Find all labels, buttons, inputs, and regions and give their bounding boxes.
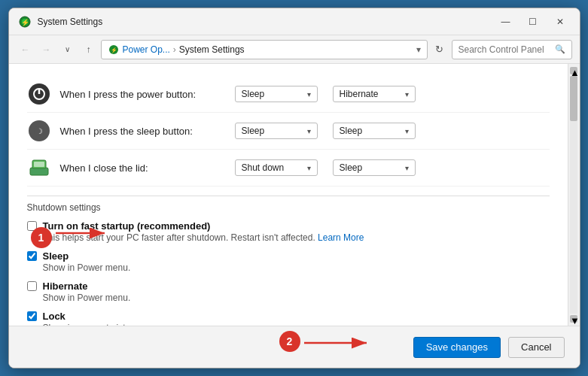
lock-label: Lock [43, 311, 66, 322]
shutdown-section-title: Shutdown settings [27, 202, 550, 213]
refresh-button[interactable]: ↻ [431, 41, 449, 59]
lid-select-2[interactable]: Sleep ▾ [333, 159, 416, 176]
power-button-select-2[interactable]: Hibernate ▾ [333, 86, 416, 102]
chevron-icon: ▾ [405, 127, 409, 135]
hibernate-row: Hibernate Show in Power menu. [27, 280, 550, 303]
power-icon-circle [29, 83, 50, 105]
sleep-checkbox[interactable] [27, 251, 37, 261]
system-settings-window: ⚡ System Settings — ☐ ✕ ← → ∨ ↑ ⚡ [8, 8, 580, 368]
search-bar[interactable]: 🔍 [452, 40, 572, 59]
hibernate-sublabel: Show in Power menu. [43, 293, 550, 303]
title-bar: ⚡ System Settings — ☐ ✕ [9, 8, 580, 35]
power-button-row: When I press the power button: Sleep ▾ H… [27, 76, 550, 113]
lid-label: When I close the lid: [60, 162, 226, 174]
annotation-1: 1 [31, 227, 52, 248]
search-icon: 🔍 [555, 44, 565, 54]
back-button[interactable]: ← [17, 41, 35, 59]
sleep-button-row: ☽ When I press the sleep button: Sleep ▾ [27, 113, 550, 150]
search-input[interactable] [459, 44, 552, 55]
sleep-button-icon: ☽ [27, 119, 51, 143]
up-button[interactable]: ↑ [80, 41, 98, 59]
lock-row: Lock Show in account picture menu. [27, 311, 550, 326]
address-dropdown-button[interactable]: ▾ [416, 44, 421, 55]
hibernate-label-row: Hibernate [27, 280, 550, 292]
lock-label-row: Lock [27, 311, 550, 322]
sleep-label-row: Sleep [27, 250, 550, 262]
window-controls: — ☐ ✕ [495, 14, 571, 29]
address-path2: System Settings [179, 44, 245, 55]
hibernate-checkbox[interactable] [27, 281, 37, 291]
chevron-icon: ▾ [307, 90, 311, 99]
power-button-icon [27, 82, 51, 106]
sleep-icon-circle: ☽ [29, 120, 50, 141]
scroll-thumb[interactable] [570, 76, 577, 121]
learn-more-link[interactable]: Learn More [318, 232, 364, 243]
address-icon: ⚡ [108, 44, 120, 56]
chevron-icon: ▾ [307, 127, 311, 135]
address-path1: Power Op... [123, 44, 170, 55]
address-bar[interactable]: ⚡ Power Op... › System Settings ▾ [101, 40, 428, 59]
sleep-sublabel: Show in Power menu. [43, 262, 550, 273]
toolbar: ← → ∨ ↑ ⚡ Power Op... › System Settings … [9, 35, 580, 64]
lid-row: When I close the lid: Shut down ▾ Sleep … [27, 150, 550, 186]
maximize-button[interactable]: ☐ [522, 14, 544, 29]
window-title: System Settings [38, 17, 495, 27]
fast-startup-label-row: Turn on fast startup (recommended) [27, 220, 550, 232]
scroll-down-btn[interactable]: ▼ [570, 315, 577, 323]
cancel-button[interactable]: Cancel [508, 337, 564, 358]
sleep-button-select-2[interactable]: Sleep ▾ [333, 123, 416, 139]
scroll-up-btn[interactable]: ▲ [570, 67, 577, 74]
scroll-track[interactable] [570, 76, 577, 314]
svg-rect-15 [34, 162, 44, 167]
forward-button[interactable]: → [38, 41, 56, 59]
fast-startup-row: Turn on fast startup (recommended) This … [27, 220, 550, 243]
sleep-button-select-1[interactable]: Sleep ▾ [235, 123, 318, 139]
lid-icon [27, 156, 51, 180]
content-scroll: When I press the power button: Sleep ▾ H… [9, 64, 568, 326]
svg-text:☽: ☽ [35, 127, 42, 135]
close-button[interactable]: ✕ [550, 14, 571, 29]
power-button-select-1[interactable]: Sleep ▾ [235, 86, 318, 102]
svg-text:⚡: ⚡ [110, 47, 117, 53]
sleep-row: Sleep Show in Power menu. [27, 250, 550, 273]
chevron-icon: ▾ [405, 90, 409, 99]
lid-select-1[interactable]: Shut down ▾ [235, 159, 318, 176]
lid-svg [27, 157, 51, 178]
scrollbar[interactable]: ▲ ▼ [568, 64, 580, 326]
content-area: When I press the power button: Sleep ▾ H… [9, 64, 580, 326]
sleep-button-label: When I press the sleep button: [60, 126, 226, 137]
fast-startup-label: Turn on fast startup (recommended) [43, 220, 211, 232]
fast-startup-sublabel: This helps start your PC faster after sh… [43, 232, 550, 243]
save-changes-button[interactable]: Save changes [413, 337, 501, 358]
address-sep1: › [173, 44, 176, 55]
nav-dropdown-button[interactable]: ∨ [59, 41, 77, 59]
annotation-2: 2 [279, 331, 300, 352]
minimize-button[interactable]: — [495, 14, 516, 29]
app-icon: ⚡ [18, 15, 32, 29]
svg-text:⚡: ⚡ [20, 18, 29, 27]
hibernate-label: Hibernate [43, 280, 88, 292]
chevron-icon: ▾ [307, 164, 311, 172]
lock-checkbox[interactable] [27, 311, 37, 321]
sleep-label: Sleep [43, 250, 69, 262]
content-inner: When I press the power button: Sleep ▾ H… [9, 64, 568, 326]
power-button-label: When I press the power button: [60, 89, 226, 100]
chevron-icon: ▾ [405, 164, 409, 172]
section-divider [27, 196, 550, 196]
